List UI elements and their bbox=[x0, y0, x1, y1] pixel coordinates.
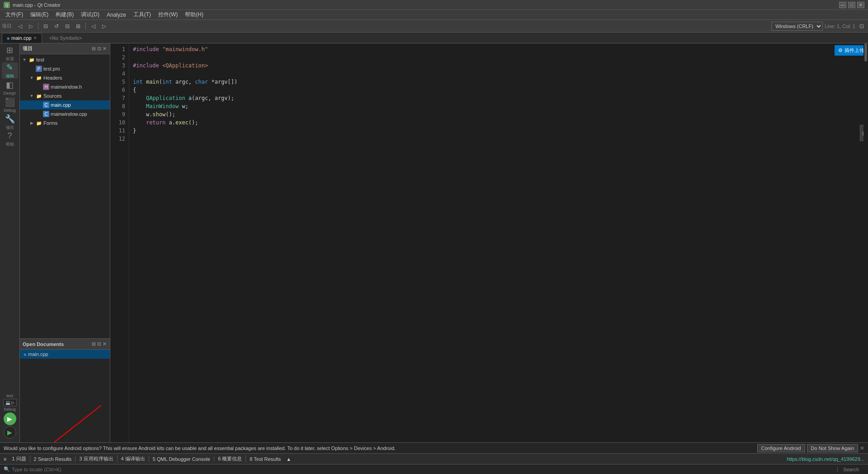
debug-label: Debug bbox=[4, 108, 16, 113]
project-label-icon: 项目 bbox=[6, 125, 14, 131]
open-doc-icon: ■ bbox=[24, 352, 26, 357]
open-docs-panel: Open Documents ⊟ ⊡ ✕ ■ main.cpp bbox=[20, 338, 110, 442]
line-num-3: 3 bbox=[112, 62, 125, 70]
locate-input[interactable] bbox=[12, 467, 837, 472]
tab-close-button[interactable]: ✕ bbox=[33, 36, 37, 40]
menu-help[interactable]: 帮助(H) bbox=[181, 10, 207, 19]
app-output-tab[interactable]: 3 应用程序输出 bbox=[75, 455, 117, 462]
sidebar-welcome[interactable]: ⊞ 欢迎 bbox=[2, 45, 18, 62]
open-doc-filename: main.cpp bbox=[28, 351, 48, 357]
sidebar-project[interactable]: 🔧 项目 bbox=[2, 114, 18, 130]
debug-run-icon: ▶ bbox=[7, 429, 12, 436]
next-tab[interactable]: ▷ bbox=[99, 22, 108, 31]
toggle-button[interactable]: ⊡ bbox=[857, 22, 866, 31]
app-icon: Q bbox=[4, 2, 10, 8]
help-icon: ? bbox=[7, 131, 12, 141]
code-area[interactable]: #include "mainwindow.h" #include <QAppli… bbox=[129, 43, 868, 442]
forward-button[interactable]: ▷ bbox=[26, 22, 35, 31]
open-doc-main-cpp[interactable]: ■ main.cpp bbox=[20, 350, 110, 359]
status-tab-bar: ≡ 1 问题 2 Search Results 3 应用程序输出 4 编译输出 … bbox=[0, 453, 868, 464]
open-docs-header: Open Documents ⊟ ⊡ ✕ bbox=[20, 339, 110, 350]
line-num-5: 5 bbox=[112, 78, 125, 86]
open-docs-btn1[interactable]: ⊟ bbox=[91, 341, 96, 347]
filter-button[interactable]: ⊟ bbox=[41, 22, 50, 31]
test-run-label: test bbox=[6, 393, 13, 398]
welcome-label: 欢迎 bbox=[6, 56, 14, 62]
testpro-icon: P bbox=[36, 66, 42, 72]
notification-text: Would you like to configure Android opti… bbox=[4, 446, 755, 451]
design-icon: ◧ bbox=[6, 80, 14, 90]
title-bar: Q main.cpp - Qt Creator — □ ✕ bbox=[0, 0, 868, 10]
menu-debug[interactable]: 调试(D) bbox=[77, 10, 103, 19]
panel-filter-btn[interactable]: ⊟ bbox=[91, 45, 96, 52]
sidebar-debug[interactable]: ⬛ Debug bbox=[2, 97, 18, 113]
prev-tab[interactable]: ◁ bbox=[89, 22, 98, 31]
plugin-upload-btn[interactable]: ⚙ 插件上传 bbox=[835, 45, 868, 56]
debug-run-label: Debug bbox=[4, 407, 16, 412]
headers-icon: 📁 bbox=[36, 75, 42, 81]
problems-tab[interactable]: 1 问题 bbox=[8, 455, 30, 462]
menu-build[interactable]: 构建(B) bbox=[52, 10, 77, 19]
sidebar-help[interactable]: ? 帮助 bbox=[2, 131, 18, 147]
scrollbar-thumb bbox=[864, 43, 867, 62]
debug-run-button[interactable]: ▶ bbox=[4, 426, 16, 439]
menu-file[interactable]: 文件(F) bbox=[2, 10, 27, 19]
tree-root[interactable]: ▼ 📁 test bbox=[20, 55, 110, 64]
forms-label: Forms bbox=[43, 120, 57, 126]
run-kit-selector[interactable]: 💻 ▷ bbox=[3, 399, 17, 406]
open-docs-btn3[interactable]: ✕ bbox=[102, 341, 107, 347]
editor-scrollbar[interactable] bbox=[863, 43, 868, 442]
open-docs-label: Open Documents bbox=[23, 341, 64, 347]
root-folder-icon: 📁 bbox=[28, 57, 35, 63]
expand-status-icon[interactable]: ▲ bbox=[286, 456, 291, 462]
expand-button[interactable]: ⊞ bbox=[74, 22, 83, 31]
notification-close-btn[interactable]: ✕ bbox=[860, 445, 864, 451]
sync-button[interactable]: ↺ bbox=[52, 22, 61, 31]
menu-edit[interactable]: 编辑(E) bbox=[27, 10, 52, 19]
run-button[interactable]: ▶ bbox=[4, 412, 16, 425]
configure-android-btn[interactable]: Configure Android bbox=[757, 444, 805, 452]
line-num-6: 6 bbox=[112, 86, 125, 94]
tree-sources[interactable]: ▼ 📁 Sources bbox=[20, 91, 110, 100]
mainwindow-h-label: mainwindow.h bbox=[51, 84, 82, 90]
testpro-label: test.pro bbox=[43, 66, 60, 71]
maximize-button[interactable]: □ bbox=[848, 2, 855, 8]
tab-bar: ■ main.cpp ✕ <No Symbols> bbox=[0, 33, 868, 43]
summary-tab[interactable]: 6 概要信息 bbox=[214, 455, 246, 462]
tree-item-main-cpp[interactable]: C main.cpp bbox=[20, 100, 110, 109]
sidebar-icons: ⊞ 欢迎 ✎ 编辑 ◧ Design ⬛ Debug 🔧 项目 ? 帮助 tes… bbox=[0, 43, 20, 442]
back-button[interactable]: ◁ bbox=[15, 22, 24, 31]
qml-debugger-tab[interactable]: 5 QML Debugger Console bbox=[149, 456, 214, 462]
root-label: test bbox=[36, 57, 44, 62]
edit-icon: ✎ bbox=[6, 62, 13, 72]
minimize-button[interactable]: — bbox=[839, 2, 846, 8]
tree-headers[interactable]: ▼ 📁 Headers bbox=[20, 73, 110, 82]
tree-forms[interactable]: ▶ 📁 Forms bbox=[20, 118, 110, 128]
test-results-tab[interactable]: 8 Test Results bbox=[246, 456, 284, 462]
plugin-label: 插件上传 bbox=[844, 47, 864, 54]
csdn-link[interactable]: https://blog.csdn.net/qq_4199629... bbox=[787, 456, 864, 462]
status-toggle[interactable]: ≡ bbox=[4, 456, 6, 462]
sources-arrow: ▼ bbox=[29, 94, 34, 98]
search-button[interactable]: Search bbox=[837, 467, 864, 472]
collapse-button[interactable]: ⊟ bbox=[63, 22, 72, 31]
tree-item-testpro[interactable]: P test.pro bbox=[20, 64, 110, 73]
close-button[interactable]: ✕ bbox=[857, 2, 864, 8]
separator-2 bbox=[85, 23, 86, 30]
do-not-show-btn[interactable]: Do Not Show Again bbox=[807, 444, 858, 452]
sidebar-edit[interactable]: ✎ 编辑 bbox=[2, 62, 18, 79]
panel-float-btn[interactable]: ⊡ bbox=[96, 45, 102, 52]
sidebar-design[interactable]: ◧ Design bbox=[2, 80, 18, 96]
menu-controls[interactable]: 控件(W) bbox=[155, 10, 181, 19]
open-docs-content: ■ main.cpp bbox=[20, 350, 110, 396]
main-cpp-tab[interactable]: ■ main.cpp ✕ bbox=[2, 33, 42, 43]
compile-output-tab[interactable]: 4 编译输出 bbox=[118, 455, 149, 462]
encoding-select[interactable]: Windows (CRLF) bbox=[771, 22, 823, 31]
menu-analyze[interactable]: Analyze bbox=[103, 11, 130, 19]
tree-item-mainwindow-cpp[interactable]: C mainwindow.cpp bbox=[20, 109, 110, 118]
open-docs-btn2[interactable]: ⊡ bbox=[96, 341, 102, 347]
menu-tools[interactable]: 工具(T) bbox=[130, 10, 155, 19]
panel-close-btn[interactable]: ✕ bbox=[102, 45, 107, 52]
tree-item-mainwindow-h[interactable]: H mainwindow.h bbox=[20, 82, 110, 91]
search-results-tab[interactable]: 2 Search Results bbox=[30, 456, 76, 462]
